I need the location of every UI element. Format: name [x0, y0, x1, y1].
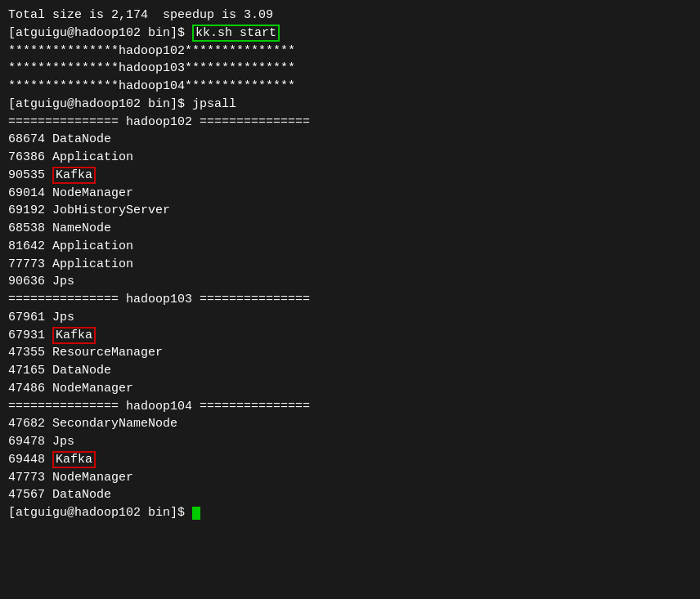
kafka-69448-highlighted: Kafka — [52, 451, 96, 468]
line-final-prompt[interactable]: [atguigu@hadoop102 bin]$ — [8, 504, 692, 522]
process-jps-67961: 67961 Jps — [8, 309, 692, 327]
final-prompt: [atguigu@hadoop102 bin]$ — [8, 506, 192, 520]
process-nodemanager-1: 69014 NodeManager — [8, 185, 692, 203]
prompt-1: [atguigu@hadoop102 bin]$ — [8, 26, 192, 40]
process-namenode: 68538 NameNode — [8, 220, 692, 238]
process-jobhistoryserver: 69192 JobHistoryServer — [8, 202, 692, 220]
process-nodemanager-3: 47773 NodeManager — [8, 469, 692, 487]
terminal-window: Total size is 2,174 speedup is 3.09 [atg… — [8, 7, 692, 522]
line-jpsall-command: [atguigu@hadoop102 bin]$ jpsall — [8, 96, 692, 114]
pid-90535: 90535 — [8, 168, 52, 182]
separator-hadoop104: =============== hadoop104 ==============… — [8, 398, 692, 416]
process-resourcemanager: 47355 ResourceManager — [8, 344, 692, 362]
process-datanode-2: 47165 DataNode — [8, 362, 692, 380]
pid-69448: 69448 — [8, 453, 52, 467]
process-application-81642: 81642 Application — [8, 238, 692, 256]
process-application-76386: 76386 Application — [8, 149, 692, 167]
prompt-2: [atguigu@hadoop102 bin]$ — [8, 97, 192, 111]
process-kafka-69448: 69448 Kafka — [8, 451, 692, 469]
cursor-block — [192, 507, 200, 520]
process-application-77773: 77773 Application — [8, 256, 692, 274]
process-jps-69478: 69478 Jps — [8, 433, 692, 451]
process-datanode-1: 68674 DataNode — [8, 131, 692, 149]
process-nodemanager-2: 47486 NodeManager — [8, 380, 692, 398]
line-hadoop103-stars: ***************hadoop103*************** — [8, 60, 692, 78]
process-jps-90636: 90636 Jps — [8, 273, 692, 291]
separator-hadoop103: =============== hadoop103 ==============… — [8, 291, 692, 309]
line-total-size: Total size is 2,174 speedup is 3.09 — [8, 7, 692, 25]
line-hadoop104-stars: ***************hadoop104*************** — [8, 78, 692, 96]
process-secondarynamenode: 47682 SecondaryNameNode — [8, 415, 692, 433]
command-kk-highlighted: kk.sh start — [192, 25, 280, 42]
pid-67931: 67931 — [8, 329, 52, 342]
kafka-67931-highlighted: Kafka — [52, 327, 96, 344]
separator-hadoop102: =============== hadoop102 ==============… — [8, 114, 692, 132]
process-kafka-90535: 90535 Kafka — [8, 167, 692, 185]
line-hadoop102-stars: ***************hadoop102*************** — [8, 42, 692, 60]
command-jpsall: jpsall — [192, 97, 236, 111]
process-datanode-3: 47567 DataNode — [8, 486, 692, 504]
kafka-90535-highlighted: Kafka — [52, 167, 96, 184]
process-kafka-67931: 67931 Kafka — [8, 327, 692, 345]
line-command-kk: [atguigu@hadoop102 bin]$ kk.sh start — [8, 25, 692, 42]
